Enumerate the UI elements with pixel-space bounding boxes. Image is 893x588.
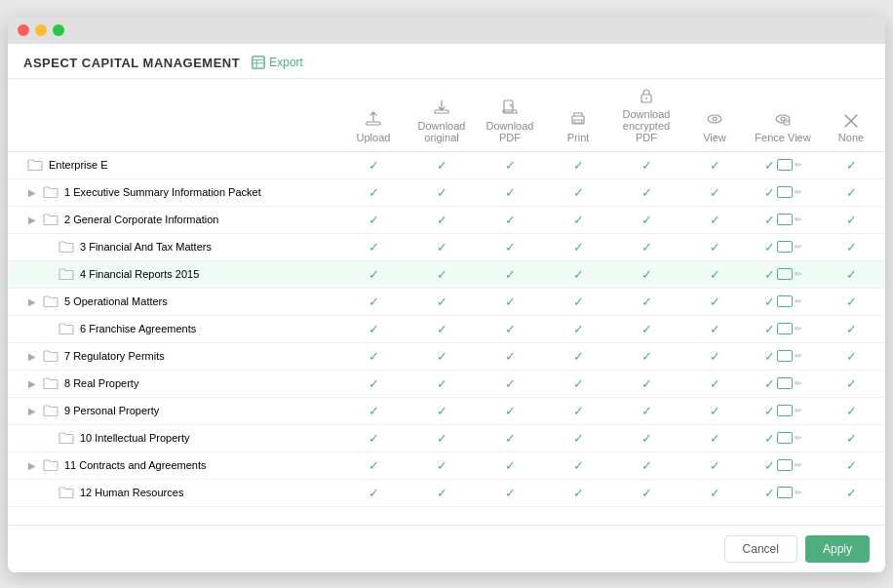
check-cell[interactable]: ✓ — [339, 315, 408, 342]
table-row[interactable]: ▶8 Real Property✓✓✓✓✓✓ ✓ ✏ ✓ — [8, 370, 885, 397]
table-row[interactable]: Enterprise E✓✓✓✓✓✓ ✓ ✏ ✓ — [8, 151, 885, 178]
check-cell[interactable]: ✓ — [339, 479, 408, 506]
table-row[interactable]: ▶2 General Corporate Information✓✓✓✓✓✓ ✓… — [8, 206, 885, 233]
check-cell[interactable]: ✓ — [476, 315, 544, 342]
check-cell[interactable]: ✓ — [680, 151, 749, 178]
check-cell[interactable]: ✓ — [476, 151, 544, 178]
check-cell[interactable]: ✓ — [612, 451, 680, 479]
check-cell[interactable]: ✓ ✏ — [749, 206, 817, 233]
check-cell[interactable]: ✓ — [612, 479, 680, 506]
check-cell[interactable]: ✓ — [680, 288, 749, 315]
export-button[interactable]: Export — [252, 56, 303, 69]
table-row[interactable]: ▶7 Regulatory Permits✓✓✓✓✓✓ ✓ ✏ ✓ — [8, 342, 885, 370]
check-cell[interactable]: ✓ — [408, 315, 476, 342]
table-row[interactable]: ▶5 Operational Matters✓✓✓✓✓✓ ✓ ✏ ✓ — [8, 288, 885, 315]
check-cell[interactable]: ✓ — [408, 451, 476, 479]
check-cell[interactable]: ✓ — [476, 233, 544, 260]
close-button[interactable] — [18, 24, 29, 36]
check-cell[interactable]: ✓ — [339, 370, 408, 397]
check-cell[interactable]: ✓ — [339, 178, 408, 206]
check-cell[interactable]: ✓ — [544, 342, 612, 370]
check-cell[interactable]: ✓ — [476, 206, 544, 233]
check-cell[interactable]: ✓ — [680, 397, 749, 424]
minimize-button[interactable] — [35, 24, 47, 36]
check-cell[interactable]: ✓ — [339, 260, 408, 288]
check-cell[interactable]: ✓ — [612, 424, 680, 451]
expand-icon[interactable]: ▶ — [27, 378, 37, 389]
check-cell[interactable]: ✓ — [544, 206, 612, 233]
table-row[interactable]: ▶11 Contracts and Agreements✓✓✓✓✓✓ ✓ ✏ ✓ — [8, 451, 885, 479]
check-cell[interactable]: ✓ — [544, 178, 612, 206]
check-cell[interactable]: ✓ — [817, 370, 885, 397]
check-cell[interactable]: ✓ — [408, 178, 476, 206]
check-cell[interactable]: ✓ — [544, 288, 612, 315]
check-cell[interactable]: ✓ — [408, 233, 476, 260]
check-cell[interactable]: ✓ — [612, 233, 680, 260]
check-cell[interactable]: ✓ — [408, 397, 476, 424]
table-row[interactable]: ▶9 Personal Property✓✓✓✓✓✓ ✓ ✏ ✓ — [8, 397, 885, 424]
check-cell[interactable]: ✓ — [612, 397, 680, 424]
check-cell[interactable]: ✓ — [544, 370, 612, 397]
check-cell[interactable]: ✓ — [612, 315, 680, 342]
check-cell[interactable]: ✓ — [408, 151, 476, 178]
check-cell[interactable]: ✓ — [544, 424, 612, 451]
check-cell[interactable]: ✓ ✏ — [749, 151, 817, 178]
cancel-button[interactable]: Cancel — [724, 535, 797, 563]
check-cell[interactable]: ✓ — [339, 151, 408, 178]
maximize-button[interactable] — [53, 24, 64, 36]
check-cell[interactable]: ✓ — [612, 342, 680, 370]
expand-icon[interactable]: ▶ — [27, 187, 37, 198]
check-cell[interactable]: ✓ — [339, 288, 408, 315]
check-cell[interactable]: ✓ — [544, 315, 612, 342]
check-cell[interactable]: ✓ — [612, 260, 680, 288]
check-cell[interactable]: ✓ ✏ — [749, 260, 817, 288]
check-cell[interactable]: ✓ ✏ — [749, 178, 817, 206]
check-cell[interactable]: ✓ — [817, 451, 885, 479]
check-cell[interactable]: ✓ — [339, 424, 408, 451]
check-cell[interactable]: ✓ — [408, 370, 476, 397]
check-cell[interactable]: ✓ ✏ — [749, 424, 817, 451]
check-cell[interactable]: ✓ — [680, 260, 749, 288]
check-cell[interactable]: ✓ — [817, 288, 885, 315]
table-row[interactable]: 6 Franchise Agreements✓✓✓✓✓✓ ✓ ✏ ✓ — [8, 315, 885, 342]
check-cell[interactable]: ✓ — [339, 451, 408, 479]
check-cell[interactable]: ✓ — [476, 424, 544, 451]
expand-icon[interactable]: ▶ — [27, 406, 37, 416]
check-cell[interactable]: ✓ ✏ — [749, 315, 817, 342]
check-cell[interactable]: ✓ — [680, 370, 749, 397]
check-cell[interactable]: ✓ — [408, 206, 476, 233]
check-cell[interactable]: ✓ ✏ — [749, 451, 817, 479]
check-cell[interactable]: ✓ — [476, 451, 544, 479]
check-cell[interactable]: ✓ — [408, 479, 476, 506]
check-cell[interactable]: ✓ — [476, 479, 544, 506]
check-cell[interactable]: ✓ — [544, 397, 612, 424]
check-cell[interactable]: ✓ ✏ — [749, 370, 817, 397]
check-cell[interactable]: ✓ — [339, 342, 408, 370]
check-cell[interactable]: ✓ — [408, 342, 476, 370]
check-cell[interactable]: ✓ — [680, 424, 749, 451]
check-cell[interactable]: ✓ — [680, 479, 749, 506]
expand-icon[interactable]: ▶ — [27, 460, 37, 471]
check-cell[interactable]: ✓ — [476, 178, 544, 206]
table-row[interactable]: 4 Financial Reports 2015✓✓✓✓✓✓ ✓ ✏ ✓ — [8, 260, 885, 288]
check-cell[interactable]: ✓ — [476, 260, 544, 288]
check-cell[interactable]: ✓ — [339, 206, 408, 233]
check-cell[interactable]: ✓ — [612, 288, 680, 315]
check-cell[interactable]: ✓ — [817, 206, 885, 233]
check-cell[interactable]: ✓ — [339, 233, 408, 260]
expand-icon[interactable]: ▶ — [27, 215, 37, 225]
check-cell[interactable]: ✓ — [817, 424, 885, 451]
table-row[interactable]: ▶1 Executive Summary Information Packet✓… — [8, 178, 885, 206]
check-cell[interactable]: ✓ — [544, 151, 612, 178]
check-cell[interactable]: ✓ ✏ — [749, 479, 817, 506]
expand-icon[interactable]: ▶ — [27, 351, 37, 362]
check-cell[interactable]: ✓ — [612, 206, 680, 233]
check-cell[interactable]: ✓ — [817, 233, 885, 260]
check-cell[interactable]: ✓ — [680, 233, 749, 260]
check-cell[interactable]: ✓ — [680, 206, 749, 233]
check-cell[interactable]: ✓ ✏ — [749, 233, 817, 260]
check-cell[interactable]: ✓ — [544, 479, 612, 506]
check-cell[interactable]: ✓ — [680, 178, 749, 206]
check-cell[interactable]: ✓ — [817, 315, 885, 342]
check-cell[interactable]: ✓ — [476, 397, 544, 424]
